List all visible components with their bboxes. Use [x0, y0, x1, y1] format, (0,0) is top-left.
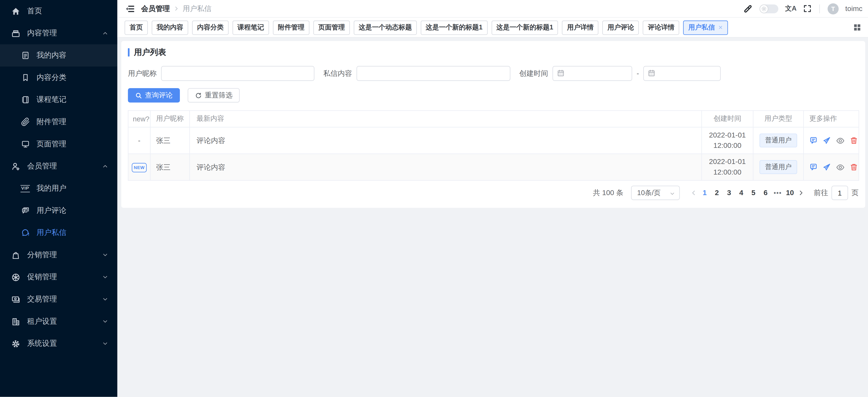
cell-new: - — [128, 127, 150, 154]
comment-icon[interactable] — [809, 136, 818, 145]
sidebar-item-user-messages[interactable]: 用户私信 — [0, 222, 118, 244]
table-row: - 张三 评论内容 2022-01-01 12:00:00 普通用户 — [128, 127, 859, 154]
translate-icon[interactable]: 文A — [785, 4, 797, 13]
chevron-right-icon — [173, 5, 180, 12]
breadcrumb: 会员管理 用户私信 — [141, 4, 211, 13]
close-icon[interactable]: ✕ — [718, 24, 723, 30]
fullscreen-icon[interactable] — [803, 4, 811, 13]
tab-content-category[interactable]: 内容分类 — [192, 20, 229, 34]
send-icon[interactable] — [823, 136, 831, 145]
avatar[interactable]: T — [828, 3, 839, 14]
sidebar-item-page-management[interactable]: 页面管理 — [0, 133, 118, 155]
sidebar-item-course-notes[interactable]: 课程笔记 — [0, 89, 118, 111]
sidebar-group-system[interactable]: 系统设置 — [0, 333, 118, 355]
created-date: 2022-01-01 — [702, 157, 753, 167]
sidebar-item-label: 用户私信 — [37, 228, 66, 238]
sidebar-item-my-content[interactable]: 我的内容 — [0, 44, 118, 66]
page-button[interactable]: 3 — [723, 186, 735, 200]
tab-user-messages[interactable]: 用户私信 ✕ — [683, 20, 728, 34]
delete-icon[interactable] — [850, 136, 858, 145]
comment-icon[interactable] — [809, 163, 818, 171]
created-time-label: 创建时间 — [519, 68, 548, 78]
comments-icon — [21, 206, 30, 215]
tab-new-title-2[interactable]: 这是一个新的标题1 — [491, 20, 558, 34]
message-content-input[interactable] — [356, 66, 510, 81]
reset-button[interactable]: 重置筛选 — [188, 88, 240, 103]
created-date: 2022-01-01 — [702, 130, 753, 140]
user-list-card: 用户列表 用户昵称 私信内容 创建时间 - — [121, 41, 865, 208]
page-buttons: 1 2 3 4 5 6 ••• 10 — [688, 186, 806, 200]
monitor-icon — [21, 139, 30, 149]
nickname-input[interactable] — [161, 66, 314, 81]
next-page-button[interactable] — [796, 190, 806, 196]
shopping-bag-icon — [11, 250, 20, 259]
tab-home[interactable]: 首页 — [125, 20, 148, 34]
table-header-row: new? 用户昵称 最新内容 创建时间 用户类型 更多操作 — [128, 111, 859, 127]
tab-my-content[interactable]: 我的内容 — [152, 20, 188, 34]
sidebar-item-home[interactable]: 首页 — [0, 0, 118, 22]
sidebar-item-label: 促销管理 — [27, 272, 57, 282]
filter-bar: 用户昵称 私信内容 创建时间 - — [128, 66, 859, 81]
tab-page-management[interactable]: 页面管理 — [313, 20, 350, 34]
sidebar-group-tenant[interactable]: 租户设置 — [0, 310, 118, 333]
col-header-type: 用户类型 — [753, 111, 803, 127]
document-icon — [21, 51, 30, 60]
chevron-down-icon — [102, 274, 108, 280]
more-pages-icon[interactable]: ••• — [772, 190, 784, 196]
page-size-value: 10条/页 — [637, 188, 661, 197]
tab-course-notes[interactable]: 课程笔记 — [232, 20, 269, 34]
breadcrumb-parent[interactable]: 会员管理 — [141, 4, 170, 13]
tab-comment-detail[interactable]: 评论详情 — [643, 20, 679, 34]
chevron-down-icon — [102, 318, 108, 325]
tab-user-comments[interactable]: 用户评论 — [602, 20, 639, 34]
page-button[interactable]: 6 — [760, 186, 772, 200]
sidebar-item-label: 我的内容 — [37, 50, 66, 60]
sidebar-group-transactions[interactable]: 交易管理 — [0, 288, 118, 310]
page-button[interactable]: 1 — [699, 186, 711, 200]
theme-brush-icon[interactable] — [744, 4, 753, 13]
vip-icon: VIP — [21, 184, 30, 193]
tab-new-title-1[interactable]: 这是一个新的标题1 — [421, 20, 488, 34]
username[interactable]: toimc — [845, 4, 863, 13]
view-icon[interactable] — [836, 136, 845, 145]
page-button[interactable]: 5 — [747, 186, 760, 200]
sidebar-item-my-users[interactable]: VIP 我的用户 — [0, 177, 118, 200]
sidebar-item-attachments[interactable]: 附件管理 — [0, 111, 118, 133]
delete-icon[interactable] — [850, 163, 858, 171]
sidebar-item-content-category[interactable]: 内容分类 — [0, 66, 118, 89]
sidebar-group-promotion[interactable]: 促销管理 — [0, 266, 118, 288]
sidebar-group-members[interactable]: 会员管理 — [0, 155, 118, 177]
theme-toggle[interactable] — [760, 4, 778, 13]
app-root: 首页 内容管理 我的内容 内容分类 课程笔记 — [0, 0, 868, 397]
cell-content: 评论内容 — [190, 154, 702, 180]
page-button[interactable]: 4 — [735, 186, 747, 200]
paperclip-icon — [21, 117, 30, 126]
search-button[interactable]: 查询评论 — [128, 88, 180, 103]
view-icon[interactable] — [836, 163, 845, 172]
col-header-nickname: 用户昵称 — [150, 111, 190, 127]
tab-attachments[interactable]: 附件管理 — [273, 20, 310, 34]
cell-created: 2022-01-01 12:00:00 — [702, 127, 753, 154]
home-icon — [11, 6, 20, 16]
sidebar-group-content[interactable]: 内容管理 — [0, 22, 118, 45]
goto-page-input[interactable] — [831, 186, 848, 200]
sidebar-item-label: 页面管理 — [37, 139, 66, 149]
chevron-down-icon — [669, 191, 676, 197]
sidebar-item-label: 交易管理 — [27, 294, 57, 304]
date-range-separator: - — [637, 69, 639, 78]
tab-grid-icon[interactable] — [854, 24, 861, 31]
page-button[interactable]: 10 — [784, 186, 796, 200]
sidebar-group-distribution[interactable]: 分销管理 — [0, 244, 118, 266]
cell-content: 评论内容 — [190, 127, 702, 154]
sidebar-item-user-comments[interactable]: 用户评论 — [0, 200, 118, 222]
send-icon[interactable] — [823, 163, 831, 171]
search-button-label: 查询评论 — [145, 91, 173, 100]
breadcrumb-current: 用户私信 — [183, 4, 211, 13]
page-button[interactable]: 2 — [711, 186, 723, 200]
tab-dynamic-title[interactable]: 这是一个动态标题 — [354, 20, 417, 34]
tab-user-detail[interactable]: 用户详情 — [562, 20, 599, 34]
page-size-select[interactable]: 10条/页 — [631, 186, 680, 200]
prev-page-button[interactable] — [688, 190, 699, 196]
sidebar-fold-icon[interactable] — [126, 4, 134, 13]
goto-label: 前往 — [814, 188, 828, 198]
